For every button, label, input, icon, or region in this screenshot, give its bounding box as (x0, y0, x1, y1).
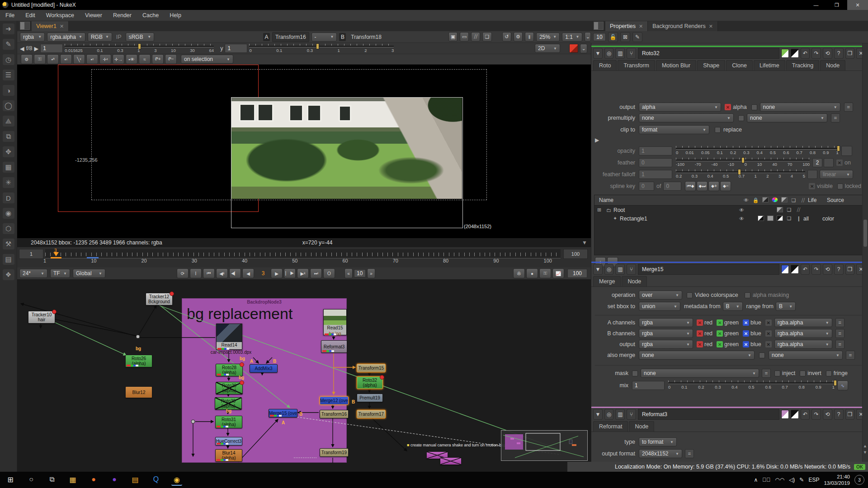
firefox-icon[interactable]: ● (88, 474, 99, 485)
node-transform15[interactable]: Transform15 (357, 364, 386, 372)
pane-layout-icon[interactable] (20, 22, 30, 30)
metadata-dropdown[interactable]: B▼ (723, 302, 743, 311)
expression-button[interactable]: = (844, 103, 853, 112)
node-tracker10[interactable]: Tracker10hair (28, 311, 55, 324)
node-transform17[interactable]: Transform17 (357, 410, 386, 418)
close-icon[interactable] (709, 23, 713, 29)
toolbar-particles[interactable]: ✳ (3, 177, 14, 188)
node-name-field[interactable]: Merge15 (638, 264, 779, 275)
roto-tool-feather[interactable]: ≈ (139, 54, 151, 64)
overlay-icon[interactable] (779, 197, 789, 203)
node-read14[interactable]: Read14 (216, 324, 242, 350)
redo-icon[interactable]: ↷ (811, 409, 821, 420)
timeline-right-performance[interactable]: 📈 (552, 268, 564, 278)
reformat-tab-node[interactable]: Node (629, 421, 654, 432)
nuke-icon[interactable]: ◉ (171, 474, 182, 486)
color-wheel-icon[interactable] (770, 197, 779, 203)
invert-checkbox[interactable] (800, 371, 806, 376)
pause-icon[interactable]: ‖ (525, 32, 534, 42)
view-mode-dropdown[interactable]: 2D▼ (535, 44, 560, 53)
transport-frame-range[interactable]: O (323, 268, 335, 278)
also-merge-dropdown[interactable]: none▼ (639, 351, 755, 360)
pencil-icon[interactable]: ✎ (632, 32, 642, 42)
mask-checkbox[interactable] (632, 371, 638, 376)
alpha-masking-checkbox[interactable] (745, 292, 750, 298)
expression-button[interactable]: = (835, 318, 844, 327)
roto-tool-key-tool[interactable]: ⚿ (34, 54, 46, 64)
viewer-more-chevron[interactable]: ⌄ (580, 44, 587, 53)
input-process-toggle[interactable]: IP (114, 34, 123, 40)
center-node-icon[interactable]: ◎ (604, 48, 614, 59)
range-dropdown[interactable]: B▼ (776, 302, 796, 311)
range-mode-dropdown[interactable]: Global▼ (73, 269, 105, 278)
premultiply2-dropdown[interactable]: none▼ (747, 113, 827, 122)
blue-checkbox[interactable] (743, 330, 749, 337)
timeline-right-lock-range[interactable]: ⚿ (539, 268, 551, 278)
gamma-slider[interactable]: 00.10.3123 (249, 44, 394, 53)
close-button[interactable]: ✕ (847, 0, 868, 10)
feather-field[interactable]: 0 (639, 158, 672, 167)
red-checkbox[interactable] (697, 330, 703, 337)
node-color-swatch[interactable] (781, 265, 789, 274)
tab-background-renders[interactable]: Background Renders (648, 21, 718, 31)
transport-first-frame[interactable]: ⏮ (203, 268, 215, 278)
overlay-icon[interactable] (775, 207, 784, 213)
del-key-button[interactable]: ⬥− (720, 181, 731, 191)
roto-tool-point-1[interactable]: ▪¹ (60, 54, 72, 64)
node-graph-minimap[interactable] (501, 430, 588, 461)
roto-tab-motion-blur[interactable]: Motion Blur (656, 60, 696, 70)
expression-button[interactable]: = (835, 340, 844, 349)
source-value[interactable]: color (822, 216, 834, 222)
next-key-button[interactable]: ⬥⏭ (697, 181, 708, 191)
monitor-icon[interactable]: ▥ (615, 409, 625, 420)
blue-checkbox[interactable] (743, 319, 749, 326)
red-checkbox[interactable] (697, 319, 703, 326)
roto-tool-visible-points[interactable]: ▪👁 (126, 54, 137, 64)
roto-tool-point-a[interactable]: ▪ª (47, 54, 59, 64)
roto-tab-roto[interactable]: Roto (593, 60, 617, 70)
opacity-slider[interactable]: 00.010.050.10.20.30.40.50.60.70.80.91 (676, 146, 839, 156)
menu-item-render[interactable]: Render (108, 12, 137, 19)
notification-center-icon[interactable]: 3 (854, 475, 864, 485)
timeline-right-record[interactable]: ● (526, 268, 538, 278)
volume-icon[interactable]: ◁) (789, 477, 795, 483)
output-alpha-dropdown[interactable]: rgba.alpha▼ (774, 340, 832, 349)
expression-button[interactable]: = (685, 449, 694, 458)
revert-icon[interactable]: ⟲ (823, 264, 832, 275)
roto-tab-node[interactable]: Node (820, 60, 845, 70)
transport-bounce[interactable]: I (190, 268, 202, 278)
node-premult19[interactable]: Premult19 (357, 394, 383, 402)
node-disabled-small[interactable] (440, 457, 462, 465)
video-colorspace-checkbox[interactable] (687, 292, 693, 298)
close-icon[interactable] (639, 23, 643, 29)
toolbar-channel[interactable]: ☰ (3, 70, 14, 80)
node-read15[interactable]: Read15 bg.jpg (323, 309, 347, 335)
center-node-icon[interactable]: ◎ (604, 264, 614, 275)
toolbar-merge[interactable]: ⧉ (3, 131, 14, 142)
mask-dropdown[interactable]: none▼ (641, 369, 759, 378)
gain-field[interactable]: 1 (40, 44, 63, 53)
transport-play-back[interactable]: ◀ (242, 268, 254, 278)
menu-item-workspace[interactable]: Workspace (41, 12, 80, 19)
type-dropdown[interactable]: to format▼ (639, 437, 677, 446)
roto-tool-pivot-move[interactable]: ✛→ (113, 54, 124, 64)
feather-box[interactable] (824, 158, 834, 167)
transport-loop[interactable]: ⟳ (177, 268, 189, 278)
range-end-field[interactable]: 100 (563, 249, 588, 259)
falloff-curve-dropdown[interactable]: linear▼ (820, 170, 853, 179)
node-roto28[interactable]: Roto28(alpha) (216, 364, 243, 376)
clip-to-dropdown[interactable]: format▼ (639, 125, 709, 134)
node-roto31[interactable]: Roto31(alpha) (215, 416, 242, 428)
scroll-down-icon[interactable]: ▼ (863, 450, 867, 455)
center-node-icon[interactable]: ◎ (604, 409, 614, 420)
opacity-handle-box[interactable] (841, 146, 852, 156)
node-roto29[interactable]: Roto29(alpha) (216, 382, 243, 394)
node-blur14[interactable]: Blur14(alpha) (215, 449, 242, 462)
node-merge12[interactable]: Merge12 (over (320, 396, 349, 405)
roto-tool-smooth-off[interactable]: ╲ˣ (73, 54, 85, 64)
spline-key-field[interactable]: 0 (639, 182, 654, 191)
refresh-icon[interactable]: ↺ (502, 32, 511, 42)
gl-color-swatch[interactable] (791, 265, 798, 274)
help-icon[interactable]: ? (834, 48, 844, 59)
fringe-checkbox[interactable] (826, 371, 832, 376)
